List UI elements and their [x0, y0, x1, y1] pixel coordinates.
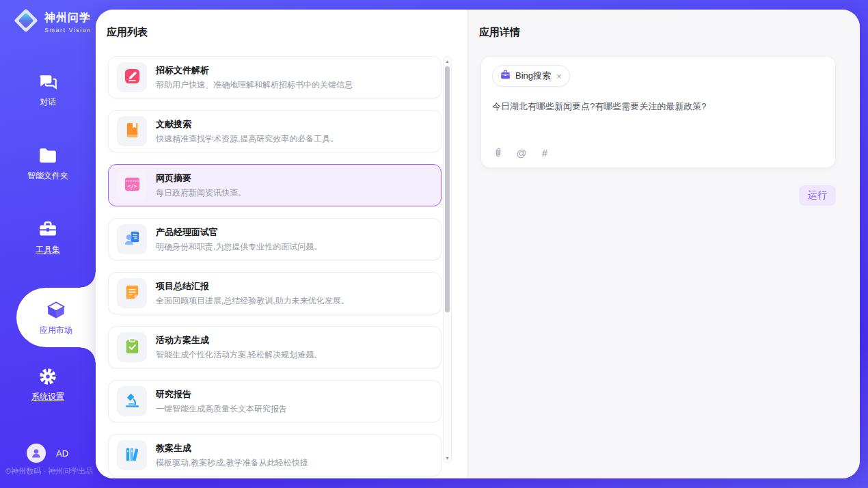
- app-list-section: 应用列表 招标文件解析 帮助用户快速、准确地理解和解析招标书中的关键信息: [96, 10, 467, 478]
- svg-text:</>: </>: [127, 182, 137, 189]
- app-card-name: 研究报告: [156, 388, 287, 401]
- sidebar-item-label: 系统设置: [31, 391, 64, 403]
- run-button[interactable]: 运行: [799, 185, 836, 206]
- sidebar-nav: 对话 智能文件夹 工具集 应用市场 系统设置: [0, 0, 96, 488]
- at-icon[interactable]: @: [515, 146, 528, 159]
- app-card[interactable]: 活动方案生成 智能生成个性化活动方案,轻松解决规划难题。: [108, 326, 442, 368]
- app-detail-section: 应用详情 Bing搜索 × 今日湖北有哪些新闻要点?有哪些需要关注的最新政策?: [467, 10, 860, 478]
- prompt-input[interactable]: 今日湖北有哪些新闻要点?有哪些需要关注的最新政策?: [492, 100, 824, 113]
- sidebar-item[interactable]: 工具集: [0, 216, 96, 258]
- book-icon: [123, 121, 141, 142]
- user-menu[interactable]: AD: [27, 444, 68, 463]
- prompt-toolbar: @ #: [492, 146, 551, 159]
- app-card-name: 招标文件解析: [156, 64, 353, 77]
- app-card-name: 产品经理面试官: [156, 226, 322, 239]
- app-card-description: 快速精准查找学术资源,提高研究效率的必备工具。: [156, 133, 338, 145]
- app-card[interactable]: 项目总结汇报 全面回顾项目进展,总结经验教训,助力未来优化发展。: [108, 272, 442, 314]
- interviewer-icon: [123, 229, 141, 250]
- sidebar-item[interactable]: 应用市场: [16, 288, 96, 347]
- clipboard-check-icon: [123, 337, 141, 358]
- app-detail-title: 应用详情: [479, 26, 520, 39]
- app-icon-tile: [117, 116, 147, 146]
- tool-tag-bing-search[interactable]: Bing搜索 ×: [492, 65, 570, 87]
- scroll-up-icon[interactable]: ▲: [444, 59, 451, 64]
- app-card[interactable]: 招标文件解析 帮助用户快速、准确地理解和解析招标书中的关键信息: [108, 56, 442, 98]
- toolbox-icon: [38, 219, 58, 241]
- app-card-description: 帮助用户快速、准确地理解和解析招标书中的关键信息: [156, 79, 353, 91]
- briefcase-icon: [500, 69, 511, 83]
- scroll-down-icon[interactable]: ▼: [444, 456, 451, 461]
- app-icon-tile: [117, 62, 147, 92]
- user-name: AD: [56, 448, 68, 459]
- gear-icon: [38, 366, 58, 388]
- hash-icon[interactable]: #: [539, 146, 551, 159]
- folder-icon: [38, 145, 58, 167]
- app-card-name: 网页摘要: [156, 172, 246, 185]
- app-card-description: 一键智能生成高质量长文本研究报告: [156, 403, 287, 415]
- cube-icon: [46, 299, 66, 321]
- app-list-title: 应用列表: [107, 26, 148, 39]
- app-card-name: 教案生成: [156, 442, 308, 455]
- close-icon[interactable]: ×: [556, 72, 562, 81]
- app-card-description: 智能生成个性化活动方案,轻松解决规划难题。: [156, 349, 322, 361]
- sidebar-item[interactable]: 对话: [0, 68, 96, 111]
- app-icon-tile: [117, 278, 147, 308]
- edit-square-icon: [123, 67, 141, 88]
- chat-icon: [38, 71, 58, 93]
- app-card-description: 全面回顾项目进展,总结经验教训,助力未来优化发展。: [156, 295, 349, 307]
- app-card-description: 明确身份和职责,为您提供专业性的面试问题。: [156, 241, 322, 253]
- copyright-footer: ©神州数码 · 神州问学出品: [5, 466, 93, 476]
- app-icon-tile: [117, 224, 147, 254]
- list-scrollbar[interactable]: ▲ ▼: [443, 56, 452, 463]
- app-icon-tile: [117, 332, 147, 362]
- note-icon: [123, 283, 141, 304]
- app-card[interactable]: 教案生成 模板驱动,教案秒成,教学准备从此轻松快捷: [108, 434, 442, 476]
- browser-icon: </>: [123, 175, 141, 196]
- paperclip-icon[interactable]: [492, 146, 504, 159]
- sidebar-item[interactable]: 智能文件夹: [0, 142, 96, 185]
- tool-tag-label: Bing搜索: [515, 70, 551, 82]
- app-list: 招标文件解析 帮助用户快速、准确地理解和解析招标书中的关键信息 文献搜索 快速精…: [108, 56, 442, 478]
- app-icon-tile: </>: [117, 170, 147, 200]
- scrollbar-thumb[interactable]: [445, 66, 450, 312]
- app-icon-tile: [117, 440, 147, 470]
- app-card-description: 模板驱动,教案秒成,教学准备从此轻松快捷: [156, 457, 308, 469]
- app-icon-tile: [117, 386, 147, 416]
- app-card[interactable]: 研究报告 一键智能生成高质量长文本研究报告: [108, 380, 442, 422]
- app-card[interactable]: </> 网页摘要 每日政府新闻资讯快查。: [108, 164, 442, 206]
- main-panel: 应用列表 招标文件解析 帮助用户快速、准确地理解和解析招标书中的关键信息: [96, 10, 860, 478]
- sidebar-item-label: 智能文件夹: [27, 170, 68, 182]
- sidebar-item-label: 应用市场: [40, 325, 72, 336]
- app-card-description: 每日政府新闻资讯快查。: [156, 187, 246, 199]
- app-card-name: 活动方案生成: [156, 334, 322, 347]
- sidebar: 神州问学 Smart Vision 对话 智能文件夹 工具集 应用市场: [0, 0, 96, 488]
- app-card[interactable]: 文献搜索 快速精准查找学术资源,提高研究效率的必备工具。: [108, 110, 442, 152]
- avatar[interactable]: [27, 444, 46, 463]
- app-card[interactable]: 产品经理面试官 明确身份和职责,为您提供专业性的面试问题。: [108, 218, 442, 260]
- sidebar-item-label: 对话: [40, 96, 56, 108]
- sidebar-item[interactable]: 系统设置: [0, 363, 96, 405]
- books-icon: [123, 445, 141, 466]
- microscope-icon: [123, 391, 141, 412]
- sidebar-item-label: 工具集: [36, 244, 60, 256]
- app-card-name: 项目总结汇报: [156, 280, 349, 293]
- app-card-name: 文献搜索: [156, 118, 338, 131]
- prompt-card: Bing搜索 × 今日湖北有哪些新闻要点?有哪些需要关注的最新政策? @ #: [480, 56, 836, 168]
- user-icon: [30, 447, 42, 459]
